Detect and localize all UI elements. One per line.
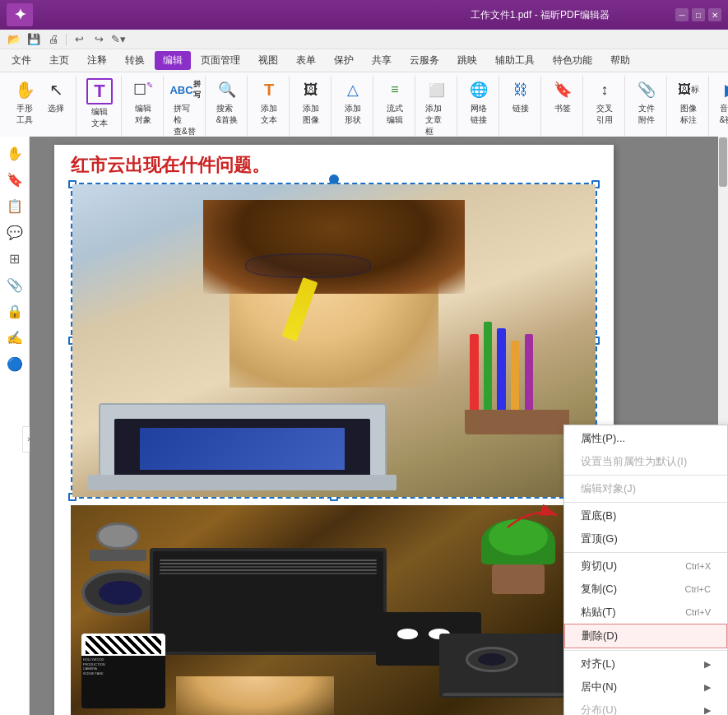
image-1: [72, 184, 596, 497]
attach-button[interactable]: 📎 文件附件: [632, 76, 661, 128]
bookmark-button[interactable]: 🔖 书签: [548, 76, 577, 117]
article-icon: ⬜: [425, 78, 448, 101]
sidebar-attachment-icon[interactable]: 📎: [3, 273, 26, 296]
web-link-button[interactable]: 🌐 网络链接: [464, 76, 494, 128]
customize-icon[interactable]: ✎▾: [111, 32, 126, 47]
separator: [66, 34, 67, 45]
edit-text-button[interactable]: T 编辑文本: [83, 76, 116, 132]
ctx-center[interactable]: 居中(N) ▶: [564, 676, 727, 699]
ctx-distribute: 分布(U) ▶: [564, 699, 727, 715]
menu-view[interactable]: 视图: [250, 51, 286, 70]
ctx-center-label: 居中(N): [581, 680, 617, 694]
menu-home[interactable]: 主页: [41, 51, 77, 70]
scroll-thumb[interactable]: [719, 137, 727, 187]
sidebar-comment-icon[interactable]: 💬: [3, 221, 26, 244]
maximize-button[interactable]: □: [692, 8, 705, 21]
hand-tool-button[interactable]: ✋ 手形工具: [10, 76, 39, 128]
media-button[interactable]: ▶ 音频&视频: [716, 76, 728, 128]
menu-jump[interactable]: 跳映: [449, 51, 485, 70]
ctx-cut[interactable]: 剪切(U) Ctrl+X: [564, 555, 727, 578]
delete-arrow-indicator: [499, 499, 565, 534]
glasses-element: [245, 253, 371, 278]
sidebar-hand-icon[interactable]: ✋: [3, 142, 26, 165]
link-icon: ⛓: [509, 78, 532, 101]
add-shape-label: 添加形状: [345, 103, 361, 126]
undo-icon[interactable]: ↩: [72, 32, 86, 47]
ctx-paste[interactable]: 粘贴(T) Ctrl+V: [564, 601, 727, 624]
search-label: 搜索&首换: [216, 103, 239, 126]
ctx-copy[interactable]: 复制(C) Ctrl+C: [564, 578, 727, 601]
image-2: HOLLYWOOD PRODUCTION CAMERA SCENE TAKE: [71, 505, 597, 715]
menu-annotation[interactable]: 注释: [79, 51, 115, 70]
menu-cloud[interactable]: 云服务: [401, 51, 447, 70]
ctx-paste-shortcut: Ctrl+V: [685, 607, 711, 617]
minimize-button[interactable]: ─: [675, 8, 689, 21]
ctx-distribute-arrow: ▶: [704, 705, 711, 716]
ctx-properties[interactable]: 属性(P)...: [564, 427, 727, 450]
ctx-cut-shortcut: Ctrl+X: [685, 561, 711, 571]
search-icon: 🔍: [216, 78, 239, 101]
camera-body: [439, 634, 571, 698]
add-image-button[interactable]: 🖼 添加图像: [296, 76, 326, 128]
save-icon[interactable]: 💾: [26, 32, 41, 47]
sidebar-lock-icon[interactable]: 🔒: [3, 299, 26, 323]
sidebar-layers-icon[interactable]: ⊞: [3, 247, 26, 270]
add-shape-button[interactable]: △ 添加形状: [338, 76, 368, 128]
coffee-cup: [86, 522, 150, 561]
menu-edit[interactable]: 编辑: [155, 51, 191, 70]
laptop-desk: [150, 548, 387, 655]
crossref-button[interactable]: ↕ 交叉引用: [590, 76, 619, 128]
logo-icon: ✦: [14, 6, 26, 24]
ctx-sep-1: [564, 475, 727, 476]
print-icon[interactable]: 🖨: [46, 32, 61, 47]
ctx-copy-label: 复制(C): [581, 582, 617, 597]
add-image-icon: 🖼: [299, 78, 322, 101]
select-button[interactable]: ↖ 选择: [41, 76, 71, 117]
menu-assist[interactable]: 辅助工具: [487, 51, 543, 70]
ctx-align-label: 对齐(L): [581, 657, 615, 671]
menu-form[interactable]: 表单: [288, 51, 324, 70]
close-button[interactable]: ✕: [708, 8, 721, 21]
edit-object-button[interactable]: ☐✎ 编辑对象: [128, 76, 158, 128]
menu-share[interactable]: 共享: [364, 51, 400, 70]
menu-help[interactable]: 帮助: [602, 51, 638, 70]
pencil-cup-area: [465, 309, 569, 434]
ctx-align[interactable]: 对齐(L) ▶: [564, 652, 727, 676]
spell-icon: ABC拼写: [174, 78, 197, 101]
ctx-delete[interactable]: 删除(D): [564, 624, 727, 648]
rotation-handle[interactable]: [329, 174, 339, 184]
clapperboard: HOLLYWOOD PRODUCTION CAMERA SCENE TAKE: [81, 634, 165, 708]
ctx-cut-label: 剪切(U): [581, 559, 617, 573]
ctx-bring-front-label: 置顶(G): [581, 532, 618, 546]
img-annot-button[interactable]: 🖼标 图像标注: [674, 76, 703, 128]
open-icon[interactable]: 📂: [7, 32, 21, 47]
redo-icon[interactable]: ↪: [91, 32, 106, 47]
add-article-button[interactable]: ⬜ 添加文章框: [422, 76, 452, 140]
ctx-paste-label: 粘贴(T): [581, 605, 616, 620]
menu-convert[interactable]: 转换: [117, 51, 153, 70]
flow-edit-button[interactable]: ≡ 流式编辑: [380, 76, 410, 128]
menu-special[interactable]: 特色功能: [545, 51, 600, 70]
sidebar-bookmark-icon[interactable]: 🔖: [3, 168, 26, 191]
edit-text-label: 编辑文本: [91, 106, 108, 129]
sidebar-copy-icon[interactable]: 📋: [3, 194, 26, 217]
desk-background: HOLLYWOOD PRODUCTION CAMERA SCENE TAKE: [71, 505, 597, 715]
weblink-label: 网络链接: [471, 103, 487, 126]
left-sidebar: ✋ 🔖 📋 💬 ⊞ 📎 🔒 ✍ 🔵 ›: [0, 137, 30, 715]
ctx-bring-front[interactable]: 置顶(G): [564, 527, 727, 550]
search-button[interactable]: 🔍 搜索&首换: [212, 76, 242, 128]
hand-label: 手形工具: [16, 103, 33, 126]
menu-file[interactable]: 文件: [3, 51, 39, 70]
ctx-send-back[interactable]: 置底(B): [564, 504, 727, 527]
media-icon: ▶: [719, 78, 728, 101]
ctx-center-arrow: ▶: [704, 682, 711, 693]
sidebar-stamp-icon[interactable]: 🔵: [3, 352, 26, 375]
add-text-button[interactable]: T 添加文本: [254, 76, 284, 128]
add-text-icon: T: [257, 78, 281, 101]
menu-page[interactable]: 页面管理: [192, 51, 248, 70]
hair-element: [203, 200, 465, 294]
menu-protect[interactable]: 保护: [326, 51, 362, 70]
sidebar-signature-icon[interactable]: ✍: [3, 326, 26, 349]
link-button[interactable]: ⛓ 链接: [506, 76, 536, 117]
ctx-set-default: 设置当前属性为默认(I): [564, 450, 727, 473]
